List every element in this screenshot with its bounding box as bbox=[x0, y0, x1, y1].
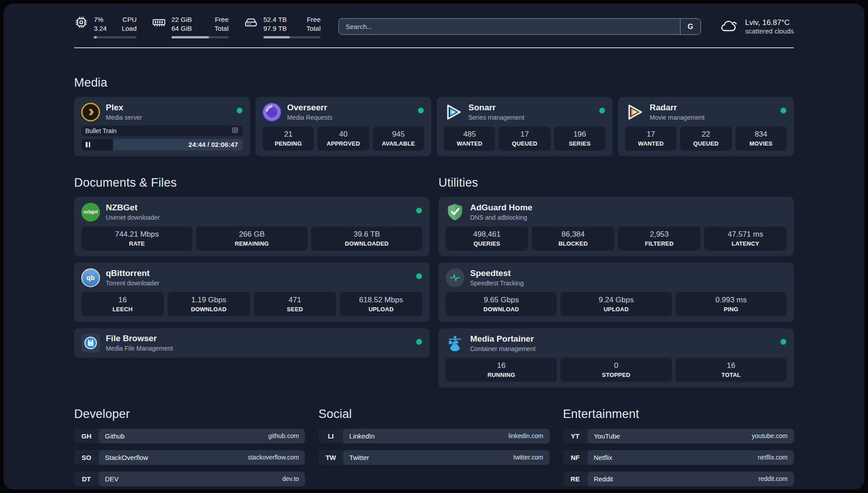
stat-latency: 47.571 msLATENCY bbox=[704, 226, 787, 251]
status-dot-online bbox=[418, 108, 424, 113]
section-title-social: Social bbox=[318, 407, 549, 421]
card-title: Plex bbox=[106, 103, 142, 113]
section-documents: Documents & Files nzbget NZBGet Usenet d… bbox=[74, 176, 430, 388]
card-title: Radarr bbox=[650, 103, 705, 113]
card-title: Speedtest bbox=[470, 268, 524, 279]
card-qbittorrent[interactable]: qb qBittorrent Torrent downloader 16LEEC… bbox=[74, 263, 430, 322]
link-linkedin[interactable]: LI LinkedInlinkedin.com bbox=[318, 429, 549, 443]
cpu-stat: 7% 3.24 CPU Load bbox=[74, 15, 137, 38]
card-subtitle: DNS and adblocking bbox=[470, 214, 532, 221]
stat-stopped: 0STOPPED bbox=[560, 358, 672, 382]
speedtest-icon bbox=[446, 268, 464, 287]
section-entertainment: Entertainment YT YouTubeyoutube.com NF N… bbox=[563, 407, 794, 486]
ram-total-label: Total bbox=[214, 24, 229, 33]
cpu-load-label: Load bbox=[122, 24, 137, 33]
search-input[interactable] bbox=[338, 18, 701, 35]
adguard-icon bbox=[446, 203, 464, 221]
stat-download: 1.19 GbpsDOWNLOAD bbox=[167, 292, 250, 316]
stat-queries: 498,461QUERIES bbox=[446, 226, 528, 251]
dashboard-screen: 7% 3.24 CPU Load bbox=[0, 0, 868, 493]
link-name: StackOverflow bbox=[105, 454, 148, 461]
disk-free-value: 52.4 TB bbox=[263, 15, 287, 24]
link-reddit[interactable]: RE Redditreddit.com bbox=[563, 472, 794, 486]
card-subtitle: Media Requests bbox=[287, 114, 332, 121]
cpu-label: CPU bbox=[122, 15, 137, 24]
section-utilities: Utilities AdGuard Home DNS and adblockin… bbox=[438, 176, 794, 388]
section-media: Media Plex Media server Bullet Train bbox=[74, 76, 794, 156]
status-dot-online bbox=[780, 339, 786, 345]
link-netflix[interactable]: NF Netflixnetflix.com bbox=[563, 450, 794, 465]
stat-queued: 22QUEUED bbox=[680, 126, 731, 150]
link-stackoverflow[interactable]: SO StackOverflowstackoverflow.com bbox=[74, 450, 305, 465]
card-overseerr[interactable]: Overseerr Media Requests 21PENDING 40APP… bbox=[255, 97, 431, 156]
weather-location-temp: Lviv, 16.87°C bbox=[745, 18, 794, 27]
link-dev-to[interactable]: DT DEVdev.to bbox=[74, 472, 305, 486]
card-subtitle: Container management bbox=[470, 345, 535, 352]
playback-progress-bar: 24:44 / 02:06:47 bbox=[81, 139, 243, 150]
card-portainer[interactable]: Media Portainer Container management 16R… bbox=[438, 328, 794, 388]
card-title: NZBGet bbox=[106, 203, 160, 213]
card-title: Media Portainer bbox=[470, 334, 535, 344]
card-speedtest[interactable]: Speedtest Speedtest Tracking 9.65 GbpsDO… bbox=[438, 263, 794, 322]
overseerr-icon bbox=[263, 103, 281, 121]
link-youtube[interactable]: YT YouTubeyoutube.com bbox=[563, 429, 794, 443]
header-divider bbox=[74, 47, 794, 48]
status-dot-online bbox=[237, 108, 242, 113]
link-tag: TW bbox=[318, 450, 343, 465]
section-social: Social LI LinkedInlinkedin.com TW Twitte… bbox=[318, 407, 549, 486]
status-dot-online bbox=[599, 108, 605, 113]
section-title-utilities: Utilities bbox=[438, 176, 794, 190]
link-name: YouTube bbox=[594, 432, 620, 440]
stat-rate: 744.21 MbpsRATE bbox=[81, 226, 192, 251]
link-name: Twitter bbox=[349, 454, 369, 461]
cpu-icon bbox=[74, 15, 88, 29]
status-dot-online bbox=[416, 208, 422, 213]
stat-movies: 834MOVIES bbox=[735, 126, 787, 150]
card-title: AdGuard Home bbox=[470, 203, 532, 213]
plex-icon bbox=[81, 103, 100, 121]
stat-available: 945AVAILABLE bbox=[373, 126, 424, 150]
status-dot-online bbox=[416, 273, 422, 279]
search-bar: G bbox=[338, 18, 701, 35]
stat-filtered: 2,953FILTERED bbox=[618, 226, 701, 251]
stat-leech: 16LEECH bbox=[81, 292, 164, 316]
card-radarr[interactable]: Radarr Movie management 17WANTED 22QUEUE… bbox=[618, 97, 794, 156]
sonarr-icon bbox=[444, 103, 463, 121]
link-name: Github bbox=[105, 432, 125, 440]
disk-total-label: Total bbox=[306, 24, 321, 33]
weather-widget: Lviv, 16.87°C scattered clouds bbox=[719, 18, 794, 35]
ram-stat: 22 GiB 64 GiB Free Total bbox=[152, 15, 229, 38]
link-url: reddit.com bbox=[759, 475, 788, 482]
card-filebrowser[interactable]: File Browser Media File Management bbox=[74, 328, 430, 358]
card-sonarr[interactable]: Sonarr Series management 485WANTED 17QUE… bbox=[437, 97, 613, 156]
nzbget-icon: nzbget bbox=[81, 203, 100, 221]
link-github[interactable]: GH Githubgithub.com bbox=[74, 429, 305, 443]
qbittorrent-icon: qb bbox=[81, 268, 100, 287]
card-title: Overseerr bbox=[287, 103, 332, 113]
stat-queued: 17QUEUED bbox=[499, 126, 550, 150]
stat-wanted: 17WANTED bbox=[625, 126, 676, 150]
hardware-stats: 7% 3.24 CPU Load bbox=[74, 15, 321, 38]
card-nzbget[interactable]: nzbget NZBGet Usenet downloader 744.21 M… bbox=[74, 197, 430, 256]
stat-pending: 21PENDING bbox=[263, 126, 314, 150]
card-title: Sonarr bbox=[468, 103, 524, 113]
link-tag: DT bbox=[74, 472, 99, 486]
cpu-load-value: 3.24 bbox=[94, 24, 107, 33]
cpu-progress-bar bbox=[94, 36, 137, 38]
link-url: github.com bbox=[268, 432, 299, 439]
link-url: stackoverflow.com bbox=[248, 454, 299, 461]
stat-downloaded: 39.6 TBDOWNLOADED bbox=[311, 226, 422, 251]
ram-icon bbox=[152, 15, 166, 29]
link-tag: LI bbox=[318, 429, 343, 443]
search-engine-button[interactable]: G bbox=[680, 19, 701, 34]
disk-icon bbox=[244, 15, 258, 29]
ram-free-value: 22 GiB bbox=[171, 15, 192, 24]
stat-upload: 9.24 GbpsUPLOAD bbox=[560, 292, 672, 316]
pause-button[interactable] bbox=[86, 142, 90, 147]
link-twitter[interactable]: TW Twittertwitter.com bbox=[318, 450, 549, 465]
cpu-percent: 7% bbox=[94, 15, 107, 24]
card-subtitle: Movie management bbox=[650, 114, 705, 121]
card-title: qBittorrent bbox=[106, 268, 159, 279]
card-plex[interactable]: Plex Media server Bullet Train 24:44 / 0… bbox=[74, 97, 250, 156]
card-adguard[interactable]: AdGuard Home DNS and adblocking 498,461Q… bbox=[438, 197, 794, 256]
